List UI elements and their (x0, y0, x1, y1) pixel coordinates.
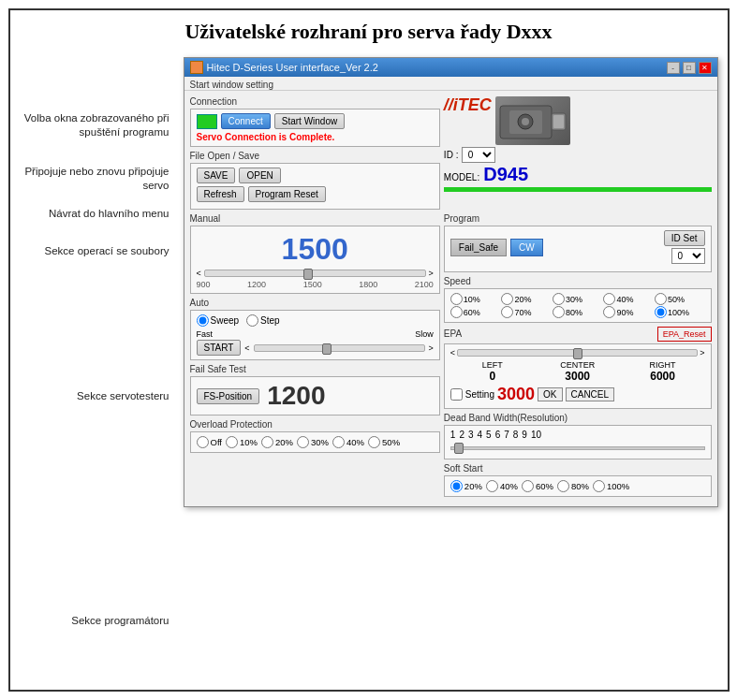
overload-50[interactable]: 50% (368, 436, 400, 448)
connection-label: Connection (190, 96, 440, 107)
epa-right-label: RIGHT (621, 360, 705, 370)
cw-button[interactable]: CW (510, 239, 543, 256)
epa-right-arrow[interactable]: > (700, 348, 704, 357)
connection-indicator (197, 114, 217, 129)
open-button[interactable]: OPEN (239, 168, 280, 183)
label-connection: Připojuje nebo znovu připojuje servo (20, 165, 170, 193)
step-option[interactable]: Step (246, 314, 280, 327)
start-button[interactable]: START (197, 340, 242, 356)
soft-80[interactable]: 80% (557, 480, 589, 492)
manual-slider-track[interactable] (204, 270, 426, 277)
overload-30[interactable]: 30% (297, 436, 329, 448)
overload-10[interactable]: 10% (226, 436, 258, 448)
epa-center-label: CENTER (536, 360, 620, 370)
program-id-select[interactable]: 01 (671, 248, 705, 264)
deadband-label: Dead Band Width(Resolution) (444, 413, 712, 423)
soft-40[interactable]: 40% (486, 480, 518, 492)
speed-label: Speed (444, 276, 712, 286)
soft-start-label: Soft Start (444, 463, 712, 474)
top-section: Connection Connect Start Window Servo Co… (190, 96, 712, 213)
fast-label: Fast (197, 329, 214, 339)
slider-right-arrow[interactable]: > (429, 269, 434, 278)
overload-off[interactable]: Off (197, 436, 223, 448)
db-3: 3 (468, 430, 474, 440)
save-button[interactable]: SAVE (197, 168, 236, 183)
label-main-menu: Návrat do hlavního menu (20, 207, 170, 221)
labels-column: Volba okna zobrazovaného při spuštění pr… (20, 57, 184, 507)
connect-button[interactable]: Connect (221, 113, 271, 129)
speed-90[interactable]: 90% (603, 306, 654, 318)
speed-30[interactable]: 30% (553, 293, 603, 305)
overload-20[interactable]: 20% (261, 436, 293, 448)
speed-50[interactable]: 50% (655, 293, 705, 305)
auto-slider-track[interactable] (254, 344, 425, 352)
speed-60[interactable]: 60% (450, 306, 501, 318)
soft-100[interactable]: 100% (593, 480, 629, 492)
minimize-button[interactable]: - (667, 62, 680, 74)
slider-left-arrow[interactable]: < (197, 269, 201, 278)
speed-100[interactable]: 100% (655, 306, 705, 318)
maximize-button[interactable]: □ (683, 62, 696, 74)
tick-2100: 2100 (415, 280, 434, 289)
epa-section: < > LEFT 0 (444, 343, 712, 409)
fail-safe-btn[interactable]: Fail_Safe (450, 239, 507, 256)
db-9: 9 (522, 430, 527, 440)
speed-section: 10% 20% 30% 40% 50% 60% 70% 80% 90% (444, 288, 712, 323)
id-set-area: ID Set 01 (664, 230, 705, 264)
epa-ok-button[interactable]: OK (538, 387, 562, 401)
speed-40[interactable]: 40% (603, 293, 654, 305)
epa-right-value: 6000 (621, 370, 705, 383)
db-1: 1 (450, 430, 456, 440)
epa-setting-checkbox[interactable] (450, 388, 463, 401)
soft-60[interactable]: 60% (522, 480, 553, 492)
window-column: Hitec D-Series User interface_Ver 2.2 - … (184, 57, 718, 507)
speed-70[interactable]: 70% (501, 306, 552, 318)
db-6: 6 (495, 430, 501, 440)
db-track (450, 446, 705, 450)
epa-slider-thumb[interactable] (573, 348, 582, 359)
epa-header: EPA EPA_Reset (444, 327, 712, 342)
epa-slider-track[interactable] (457, 349, 698, 357)
close-button[interactable]: ✕ (699, 62, 712, 74)
soft-20[interactable]: 20% (450, 480, 482, 492)
tick-900: 900 (197, 280, 211, 289)
fs-position-button[interactable]: FS-Position (197, 388, 260, 404)
bottom-section: Manual 1500 < > (190, 213, 712, 501)
titlebar: Hitec D-Series User interface_Ver 2.2 - … (184, 58, 717, 77)
id-set-button[interactable]: ID Set (664, 230, 705, 246)
program-reset-button[interactable]: Program Reset (248, 186, 326, 202)
epa-cancel-button[interactable]: CANCEL (566, 387, 615, 401)
program-row: Fail_Safe CW ID Set 01 (450, 230, 705, 264)
connection-row: Connect Start Window (197, 113, 434, 129)
fs-value: 1200 (267, 381, 325, 411)
auto-slider-thumb[interactable] (322, 343, 332, 355)
deadband-section: 1 2 3 4 5 6 7 8 9 10 (444, 425, 712, 459)
left-panels: Manual 1500 < > (190, 213, 440, 501)
id-select[interactable]: 012 (462, 147, 495, 163)
content-area: Volba okna zobrazovaného při spuštění pr… (20, 57, 718, 507)
db-7: 7 (504, 430, 509, 440)
epa-center-value: 3000 (536, 370, 620, 383)
epa-reset-button[interactable]: EPA_Reset (657, 327, 712, 342)
epa-values: LEFT 0 CENTER 3000 RIGHT (450, 360, 705, 383)
deadband-slider[interactable] (450, 442, 705, 455)
right-panels: Program Fail_Safe CW ID Set 01 (444, 213, 712, 501)
start-window-button[interactable]: Start Window (274, 113, 345, 129)
speed-10[interactable]: 10% (450, 293, 501, 305)
window-controls: - □ ✕ (667, 62, 712, 74)
epa-left-label: LEFT (450, 360, 535, 370)
manual-slider-thumb[interactable] (303, 269, 313, 280)
refresh-button[interactable]: Refresh (197, 186, 244, 202)
speed-20[interactable]: 20% (501, 293, 552, 305)
svg-point-3 (522, 118, 529, 125)
sweep-option[interactable]: Sweep (197, 314, 240, 327)
file-row-1: SAVE OPEN (197, 168, 434, 183)
db-thumb[interactable] (454, 443, 464, 454)
epa-left-arrow[interactable]: < (450, 348, 455, 357)
id-row: ID : 012 (444, 147, 712, 163)
start-window-tab[interactable]: Start window setting (184, 77, 717, 91)
speed-80[interactable]: 80% (553, 306, 603, 318)
soft-start-row: 20% 40% 60% 80% 100% (450, 480, 705, 492)
overload-40[interactable]: 40% (332, 436, 364, 448)
speed-grid: 10% 20% 30% 40% 50% 60% 70% 80% 90% (450, 293, 705, 318)
